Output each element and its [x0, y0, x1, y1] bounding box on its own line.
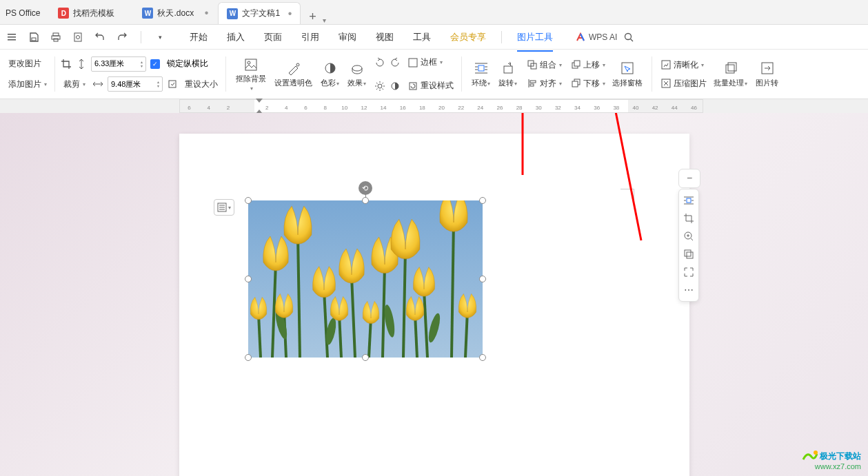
change-picture-button[interactable]: 更改图片	[6, 56, 44, 71]
search-icon[interactable]	[623, 31, 635, 43]
clarity-button[interactable]: 清晰化▾	[658, 58, 709, 72]
float-replace-icon[interactable]	[680, 246, 697, 262]
send-backward-button[interactable]: 下移▾	[567, 76, 608, 91]
ruler-tick: 18	[419, 105, 425, 111]
menu-bar: ▾ 开始 插入 页面 引用 审阅 视图 工具 会员专享 图片工具 WPS AI	[0, 25, 868, 50]
contrast-icon[interactable]	[390, 81, 401, 92]
svg-rect-42	[574, 61, 580, 66]
svg-line-22	[376, 83, 378, 84]
rotate-right-icon[interactable]	[390, 57, 401, 68]
border-button[interactable]: 边框▾	[405, 55, 445, 70]
ruler-tick: 6	[188, 105, 190, 111]
clarity-icon	[660, 59, 672, 70]
resize-handle-tm[interactable]	[362, 197, 369, 204]
add-picture-button[interactable]: 添加图片▾	[6, 77, 50, 92]
set-transparent-button[interactable]: 设置透明色	[270, 54, 316, 94]
tab-label: 找稻壳模板	[73, 8, 114, 19]
effect-button[interactable]: 效果▾	[343, 54, 370, 94]
color-button[interactable]: 色彩▾	[316, 54, 343, 94]
height-input[interactable]: 6.33厘米▴▾	[91, 56, 146, 72]
tab-label: 秋天.docx	[157, 8, 194, 19]
reset-size-icon	[167, 79, 178, 90]
menu-view[interactable]: 视图	[366, 28, 403, 46]
tab-app-label: PS Office	[6, 8, 40, 18]
float-fullscreen-icon[interactable]	[680, 264, 697, 280]
wrap-button[interactable]: 环绕▾	[467, 54, 494, 94]
ruler-tick: 16	[400, 105, 406, 111]
remove-bg-button[interactable]: 抠除背景▾	[232, 54, 270, 94]
resize-handle-bl[interactable]	[245, 354, 252, 361]
menu-start[interactable]: 开始	[180, 28, 217, 46]
menu-icon[interactable]	[6, 31, 18, 43]
menu-right: WPS AI	[575, 31, 635, 43]
tab-bar: PS Office D 找稻壳模板 W 秋天.docx • W 文字文稿1 • …	[0, 0, 868, 25]
reset-icon	[407, 81, 418, 92]
selected-image[interactable]: ⟲	[248, 200, 483, 358]
rotate-handle[interactable]: ⟲	[359, 181, 372, 195]
qat-dropdown-icon[interactable]: ▾	[154, 31, 166, 43]
menu-reference[interactable]: 引用	[292, 28, 329, 46]
float-crop-icon[interactable]	[680, 210, 697, 227]
tab-app[interactable]: PS Office	[0, 2, 48, 24]
crop-button[interactable]: 裁剪▾	[61, 77, 88, 92]
resize-handle-br[interactable]	[479, 354, 486, 361]
resize-handle-tl[interactable]	[245, 197, 252, 204]
svg-rect-39	[530, 81, 536, 83]
svg-rect-28	[478, 65, 484, 71]
menu-tools[interactable]: 工具	[403, 28, 441, 46]
menu-page[interactable]: 页面	[254, 28, 292, 46]
batch-button[interactable]: 批量处理▾	[709, 54, 751, 94]
redo-icon[interactable]	[116, 31, 128, 43]
menu-picture-tools[interactable]: 图片工具	[507, 28, 563, 46]
print-preview-icon[interactable]	[72, 31, 84, 43]
resize-handle-tr[interactable]	[479, 197, 486, 204]
new-tab-button[interactable]: +	[302, 10, 323, 24]
menu-review[interactable]: 审阅	[329, 28, 366, 46]
convert-button[interactable]: 图片转	[751, 54, 783, 94]
page[interactable]: ▾	[179, 134, 689, 476]
compress-button[interactable]: 压缩图片	[658, 76, 709, 91]
indent-top-marker[interactable]	[256, 99, 263, 103]
wrap-icon	[473, 60, 489, 76]
new-tab-dropdown[interactable]: ▾	[323, 17, 336, 24]
reset-size-button[interactable]: 重设大小	[182, 77, 221, 92]
selection-pane-button[interactable]: 选择窗格	[608, 54, 647, 94]
tab-modified-dot: •	[205, 10, 209, 16]
align-button[interactable]: 对齐▾	[524, 76, 565, 91]
reset-style-button[interactable]: 重设样式	[405, 79, 456, 93]
ruler-tick: 4	[207, 105, 210, 111]
wps-ai-button[interactable]: WPS AI	[575, 32, 617, 43]
width-input[interactable]: 9.48厘米▴▾	[108, 76, 163, 92]
print-icon[interactable]	[50, 31, 62, 43]
resize-handle-bm[interactable]	[362, 354, 369, 361]
crop-icon[interactable]	[61, 59, 72, 70]
align-icon	[527, 78, 538, 89]
float-more-icon[interactable]: ⋯	[680, 282, 697, 298]
svg-rect-49	[728, 63, 736, 71]
brightness-icon[interactable]	[374, 81, 385, 92]
rotate-button[interactable]: 旋转▾	[494, 54, 521, 94]
menu-insert[interactable]: 插入	[217, 28, 254, 46]
float-wrap-icon[interactable]	[680, 192, 697, 209]
ruler-tick: 20	[438, 105, 445, 111]
horizontal-ruler[interactable]: 6422468101214161820222426283032343638404…	[179, 99, 703, 113]
layout-options-button[interactable]: ▾	[214, 199, 234, 216]
tab-templates[interactable]: D 找稻壳模板	[50, 2, 132, 24]
menu-vip[interactable]: 会员专享	[441, 28, 496, 46]
word-icon: W	[142, 8, 153, 19]
rotate-left-icon[interactable]	[374, 57, 385, 68]
effect-icon	[349, 60, 365, 76]
save-icon[interactable]	[28, 31, 40, 43]
lock-ratio-checkbox[interactable]: ✓	[150, 59, 160, 69]
resize-handle-mr[interactable]	[479, 276, 486, 282]
group-button[interactable]: 组合▾	[524, 58, 565, 72]
tab-doc1[interactable]: W 秋天.docx •	[134, 2, 216, 24]
bring-forward-button[interactable]: 上移▾	[567, 58, 608, 72]
float-zoom-in-icon[interactable]	[680, 228, 697, 245]
resize-handle-ml[interactable]	[245, 276, 252, 282]
zoom-out-button[interactable]: −	[679, 169, 700, 187]
undo-icon[interactable]	[94, 31, 106, 43]
svg-rect-7	[74, 33, 81, 41]
tab-doc2[interactable]: W 文字文稿1 •	[218, 2, 301, 24]
ruler-tick: 14	[381, 105, 387, 111]
